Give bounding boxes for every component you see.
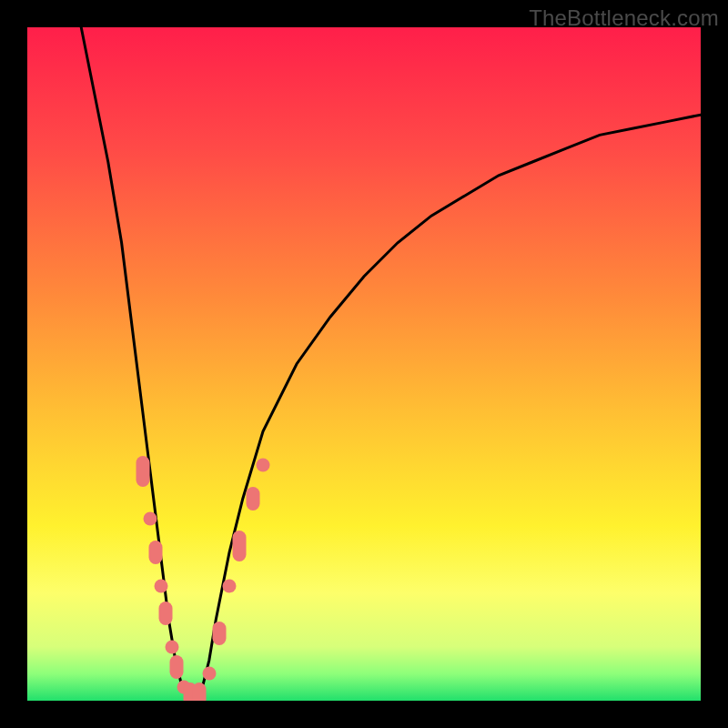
data-marker [233, 531, 247, 561]
data-marker [246, 487, 259, 511]
watermark-text: TheBottleneck.com [529, 5, 719, 31]
data-marker [136, 456, 150, 487]
data-marker [212, 622, 226, 645]
chart-frame: TheBottleneck.com [0, 0, 728, 728]
data-marker [257, 459, 270, 472]
data-marker [202, 667, 216, 681]
plot-area [27, 27, 701, 701]
data-marker [223, 580, 237, 593]
bottleneck-curve [27, 27, 701, 701]
data-marker [166, 640, 179, 653]
data-marker [148, 541, 162, 564]
data-marker [154, 580, 167, 593]
data-marker [170, 655, 184, 679]
data-marker [192, 682, 206, 701]
data-marker [143, 512, 157, 526]
data-marker [158, 602, 172, 625]
